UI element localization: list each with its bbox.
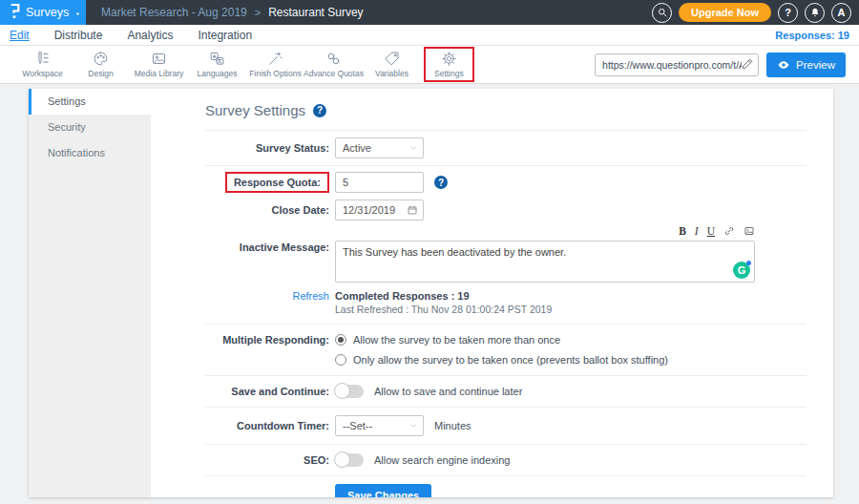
menu-item-analytics[interactable]: Analytics [115, 29, 185, 42]
page-background: Settings Security Notifications Survey S… [0, 84, 859, 504]
help-button[interactable]: ? [778, 3, 798, 23]
eye-icon [777, 58, 790, 72]
menu-item-distribute[interactable]: Distribute [42, 29, 115, 42]
minutes-label: Minutes [434, 420, 471, 431]
last-refreshed-text: Last Refreshed : Thu Nov 28 01:00:24 PST… [335, 304, 552, 315]
translate-icon [209, 51, 225, 67]
tool-finish-options[interactable]: Finish Options [246, 51, 304, 78]
menu-item-integration[interactable]: Integration [185, 29, 264, 42]
save-and-continue-label: Save and Continue: [205, 386, 329, 397]
chevron-down-icon [73, 4, 82, 21]
settings-card: Settings Security Notifications Survey S… [29, 89, 833, 497]
links-icon [325, 51, 342, 67]
close-date-input[interactable]: 12/31/2019 [335, 200, 424, 220]
inactive-message-label: Inactive Message: [205, 225, 329, 253]
sidebar-item-security[interactable]: Security [29, 115, 151, 140]
multiple-responding-label: Multiple Responding: [205, 334, 329, 346]
seo-label: SEO: [205, 454, 329, 466]
search-icon [657, 7, 668, 18]
preview-button[interactable]: Preview [766, 52, 846, 77]
magic-wand-icon [267, 51, 283, 67]
tool-design[interactable]: Design [72, 51, 130, 78]
breadcrumb-current: Restaurant Survey [268, 6, 363, 19]
edit-url-pencil-icon[interactable] [742, 56, 754, 74]
title-help-icon[interactable]: ? [313, 104, 326, 117]
link-button[interactable] [723, 223, 735, 241]
survey-status-label: Survey Status: [205, 142, 329, 154]
response-quota-input[interactable] [335, 172, 424, 193]
survey-status-select[interactable]: Active [335, 137, 424, 158]
tool-workspace[interactable]: Workspace [13, 51, 72, 78]
refresh-link[interactable]: Refresh [292, 290, 329, 302]
menu-item-edit[interactable]: Edit [10, 29, 42, 42]
breadcrumb: Market Research - Aug 2019 > Restaurant … [101, 6, 364, 19]
tool-settings[interactable]: Settings [424, 47, 474, 82]
bell-icon [809, 7, 821, 18]
gear-icon [441, 51, 457, 67]
tool-languages[interactable]: Languages [188, 51, 246, 78]
radio-selected-icon[interactable] [335, 334, 346, 346]
survey-url-input[interactable] [602, 59, 742, 71]
seo-text: Allow search engine indexing [374, 454, 510, 466]
save-and-continue-text: Allow to save and continue later [374, 386, 522, 397]
radio-allow-multiple[interactable]: Allow the survey to be taken more than o… [335, 334, 560, 346]
italic-button[interactable]: I [695, 226, 699, 238]
settings-sidebar: Settings Security Notifications [29, 89, 151, 497]
completed-responses-text: Completed Responses : 19 [335, 290, 470, 302]
avatar[interactable]: A [831, 3, 851, 23]
breadcrumb-separator: > [255, 7, 261, 18]
quota-help-icon[interactable]: ? [434, 176, 448, 189]
calendar-icon [407, 204, 418, 216]
image-icon [151, 51, 167, 67]
seo-toggle[interactable] [335, 453, 364, 467]
chevron-down-icon [409, 143, 418, 153]
insert-image-button[interactable] [744, 223, 755, 241]
survey-url-box [595, 53, 759, 76]
inactive-message-textarea[interactable]: This Survey has been deactivated by the … [335, 241, 755, 283]
responses-count[interactable]: Responses: 19 [775, 30, 849, 41]
notifications-button[interactable] [805, 3, 825, 23]
bold-button[interactable]: B [679, 226, 686, 238]
surveys-label: Surveys [26, 6, 69, 19]
sidebar-item-settings[interactable]: Settings [29, 89, 151, 115]
countdown-timer-label: Countdown Timer: [205, 420, 329, 431]
underline-button[interactable]: U [707, 226, 715, 238]
surveys-menu-button[interactable]: Surveys [0, 0, 86, 25]
grammarly-icon[interactable]: G [733, 262, 750, 279]
tool-advance-quotas[interactable]: Advance Quotas [304, 51, 363, 78]
text-editor-toolbar: B I U [335, 225, 755, 239]
page-title: Survey Settings [205, 102, 305, 118]
tool-media-library[interactable]: Media Library [130, 51, 188, 78]
radio-unselected-icon[interactable] [335, 354, 346, 366]
tag-icon [384, 51, 400, 67]
save-and-continue-toggle[interactable] [335, 385, 364, 398]
close-date-label: Close Date: [205, 204, 329, 216]
sidebar-item-notifications[interactable]: Notifications [29, 140, 151, 166]
survey-toolbar: Workspace Design Media Library Languages… [0, 46, 859, 84]
countdown-timer-select[interactable]: --Set-- [335, 415, 424, 436]
breadcrumb-parent[interactable]: Market Research - Aug 2019 [101, 6, 247, 19]
questionpro-logo-icon [9, 3, 21, 23]
save-changes-button[interactable]: Save Changes [335, 484, 431, 497]
palette-icon [93, 51, 109, 67]
search-button[interactable] [652, 3, 672, 23]
tool-variables[interactable]: Variables [363, 51, 421, 78]
pencil-list-icon [34, 51, 51, 67]
upgrade-now-button[interactable]: Upgrade Now [679, 3, 771, 22]
settings-content: Survey Settings ? Survey Status: Active [151, 89, 833, 497]
response-quota-label: Response Quota: [225, 172, 329, 193]
chevron-down-icon [409, 421, 418, 430]
top-bar: Surveys Market Research - Aug 2019 > Res… [0, 0, 859, 25]
radio-only-once[interactable]: Only allow the survey to be taken once (… [335, 354, 668, 366]
menu-bar: Edit Distribute Analytics Integration Re… [0, 25, 859, 46]
